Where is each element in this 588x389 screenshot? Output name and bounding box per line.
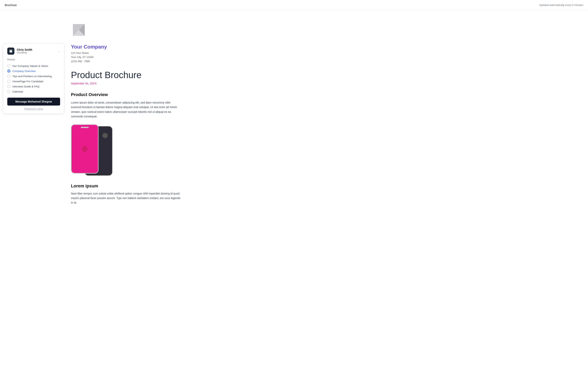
- phone-mockup: [71, 124, 118, 176]
- sidebar-item-0[interactable]: Our Company Values & Vision: [7, 63, 60, 68]
- user-details: Chris Smith CloudPay: [17, 48, 32, 54]
- avatar: [7, 48, 14, 55]
- nav-radio: [7, 85, 10, 88]
- nav-item-label: Calendar: [12, 90, 23, 93]
- phone-notch: [81, 127, 89, 128]
- chevron-down-icon[interactable]: ⌄: [58, 50, 60, 53]
- section-text-2: Nam liber tempor cum soluta nobis eleife…: [71, 191, 181, 205]
- section-text-1: Lorem ipsum dolor sit amet, consectetuer…: [71, 100, 181, 119]
- logo-svg: [71, 22, 89, 40]
- nav-radio: [7, 90, 10, 93]
- sidebar-panel: Chris Smith CloudPay ⌄ Review Our Compan…: [3, 43, 64, 114]
- nav-radio: [7, 75, 10, 78]
- sidebar-item-3[interactable]: HomePage For Candidate: [7, 79, 60, 84]
- address-phone: (123) 456 - 7890: [71, 59, 572, 64]
- address-line2: Your City, ST 12345: [71, 55, 572, 59]
- nav-item-label: Interview Guide & FAQ: [12, 85, 39, 88]
- phone-camera: [102, 133, 108, 138]
- nav-item-label: Company Overview: [12, 70, 36, 73]
- nav-item-label: Our Company Values & Vision: [12, 65, 48, 67]
- company-logo: [71, 22, 572, 41]
- navbar: Brochure Updated automatically every 5 m…: [0, 0, 588, 10]
- nav-item-label: HomePage For Candidate: [12, 80, 43, 83]
- review-label: Review: [7, 58, 60, 61]
- user-row: Chris Smith CloudPay ⌄: [7, 48, 60, 55]
- content-area: Your Company 123 Your Street Your City, …: [0, 10, 588, 389]
- nav-items-list: Our Company Values & VisionCompany Overv…: [7, 63, 60, 94]
- nav-radio: [7, 69, 10, 73]
- navbar-title: Brochure: [5, 3, 17, 7]
- user-company: CloudPay: [17, 51, 32, 54]
- doc-date: September 04, 20XX: [71, 82, 572, 85]
- svg-rect-4: [81, 145, 88, 153]
- user-info: Chris Smith CloudPay: [7, 48, 32, 55]
- user-icon: [9, 49, 13, 53]
- section-heading-1: Product Overview: [71, 92, 572, 97]
- sidebar-item-4[interactable]: Interview Guide & FAQ: [7, 84, 60, 89]
- navbar-auto-update: Updated automatically every 5 minutes: [539, 3, 583, 6]
- company-name: Your Company: [71, 44, 572, 50]
- address-line1: 123 Your Street: [71, 51, 572, 55]
- phone-front: [71, 124, 99, 174]
- nav-item-label: Tips and Pointers on Interviewing: [12, 75, 52, 78]
- powered-by: Powered by Sinta: [7, 107, 60, 110]
- nav-radio: [7, 64, 10, 67]
- doc-title: Product Brochure: [71, 70, 572, 80]
- message-button[interactable]: Message Mohamed Shegow: [7, 98, 60, 105]
- powered-by-link[interactable]: Powered by Sinta: [25, 107, 43, 110]
- nav-radio: [7, 80, 10, 83]
- phone-screen: [72, 125, 98, 173]
- phone-screen-icon: [80, 144, 90, 154]
- sidebar-item-1[interactable]: Company Overview: [7, 68, 60, 74]
- section-heading-2: Lorem ipsum: [71, 183, 572, 189]
- sidebar-item-2[interactable]: Tips and Pointers on Interviewing: [7, 74, 60, 79]
- user-name: Chris Smith: [17, 48, 32, 51]
- main-layout: Chris Smith CloudPay ⌄ Review Our Compan…: [0, 10, 588, 389]
- company-address: 123 Your Street Your City, ST 12345 (123…: [71, 51, 572, 63]
- sidebar-item-5[interactable]: Calendar: [7, 89, 60, 94]
